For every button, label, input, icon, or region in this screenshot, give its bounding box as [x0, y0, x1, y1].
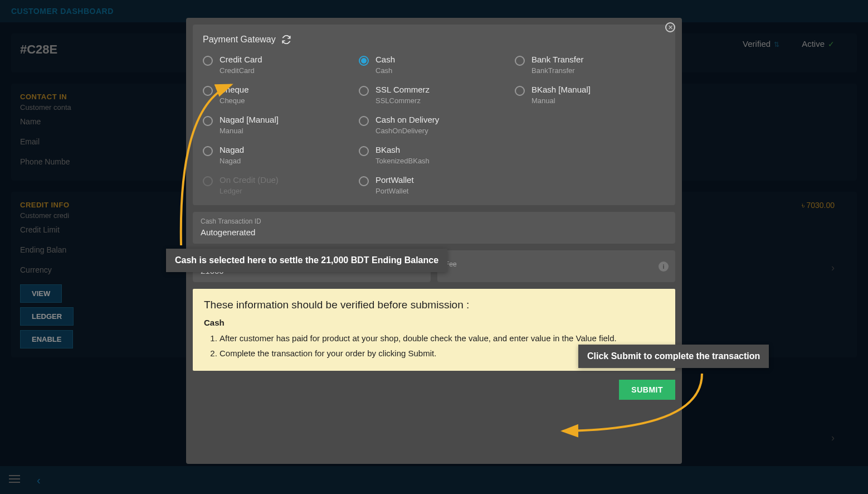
gateway-option-cash[interactable]: CashCash: [359, 55, 509, 75]
gateway-label: BKash: [376, 145, 430, 154]
radio-icon: [515, 86, 525, 96]
gateway-option-cod[interactable]: Cash on DeliveryCashOnDelivery: [359, 115, 509, 135]
gateway-label: On Credit (Due): [220, 175, 279, 185]
gateway-label: SSL Commerz: [376, 85, 430, 94]
gateway-sublabel: Cash: [376, 66, 395, 75]
gateway-option-on_credit: On Credit (Due)Ledger: [203, 175, 353, 195]
radio-icon: [203, 176, 213, 186]
gateway-sublabel: TokenizedBKash: [376, 157, 430, 165]
radio-icon: [359, 176, 369, 186]
annotation-cash-selected: Cash is selected here to settle the 21,0…: [166, 249, 447, 272]
gateway-label: BKash [Manual]: [531, 85, 591, 94]
gateway-option-bank[interactable]: Bank TransferBankTransfer: [515, 55, 665, 75]
gateway-option-bkash[interactable]: BKashTokenizedBKash: [359, 145, 509, 165]
info-step: After customer has paid for product at y…: [220, 331, 664, 346]
gateway-option-bkash_manual[interactable]: BKash [Manual]Manual: [515, 85, 665, 105]
gateway-label: Cheque: [220, 85, 249, 94]
gateway-label: Nagad [Manual]: [220, 115, 279, 124]
info-method: Cash: [204, 318, 664, 327]
gateway-label: Nagad: [220, 145, 244, 154]
radio-icon: [515, 56, 525, 66]
modal-title: Payment Gateway: [203, 35, 276, 45]
gateway-label: Cash on Delivery: [376, 115, 439, 124]
gateway-label: Credit Card: [220, 55, 262, 64]
gateway-sublabel: Ledger: [220, 187, 279, 195]
gateway-sublabel: PortWallet: [376, 187, 414, 195]
gateway-sublabel: Nagad: [220, 157, 244, 165]
gateway-sublabel: CashOnDelivery: [376, 127, 439, 135]
radio-icon: [203, 56, 213, 66]
radio-icon: [203, 86, 213, 96]
close-icon[interactable]: ✕: [665, 22, 675, 32]
modal-overlay: ✕ Payment Gateway Credit CardCreditCardC…: [0, 0, 868, 494]
radio-icon: [203, 146, 213, 156]
info-icon[interactable]: i: [659, 261, 669, 272]
gateway-label: PortWallet: [376, 175, 414, 185]
payment-modal: ✕ Payment Gateway Credit CardCreditCardC…: [186, 18, 682, 464]
gateway-sublabel: Manual: [220, 127, 279, 135]
radio-icon: [359, 56, 369, 66]
gateway-option-credit_card[interactable]: Credit CardCreditCard: [203, 55, 353, 75]
gateway-option-nagad_manual[interactable]: Nagad [Manual]Manual: [203, 115, 353, 135]
refresh-icon[interactable]: [281, 35, 291, 45]
gateway-label: Bank Transfer: [531, 55, 583, 64]
gateway-option-cheque[interactable]: ChequeCheque: [203, 85, 353, 105]
fee-label: Fee: [445, 260, 667, 268]
gateway-option-portwallet[interactable]: PortWalletPortWallet: [359, 175, 509, 195]
gateway-sublabel: Cheque: [220, 96, 249, 105]
radio-icon: [359, 116, 369, 126]
radio-icon: [203, 116, 213, 126]
gateway-sublabel: CreditCard: [220, 66, 262, 75]
submit-button[interactable]: SUBMIT: [619, 380, 675, 400]
radio-icon: [359, 146, 369, 156]
gateway-sublabel: Manual: [531, 96, 591, 105]
gateway-sublabel: BankTransfer: [531, 66, 583, 75]
info-heading: These information should be verified bef…: [204, 299, 664, 311]
gateway-option-ssl[interactable]: SSL CommerzSSLCommerz: [359, 85, 509, 105]
txn-id-label: Cash Transaction ID: [201, 217, 667, 225]
radio-icon: [359, 86, 369, 96]
gateway-sublabel: SSLCommerz: [376, 96, 430, 105]
annotation-click-submit: Click Submit to complete the transaction: [578, 345, 769, 368]
gateway-label: Cash: [376, 55, 395, 64]
txn-id-value[interactable]: Autogenerated: [201, 227, 667, 237]
gateway-option-nagad[interactable]: NagadNagad: [203, 145, 353, 165]
